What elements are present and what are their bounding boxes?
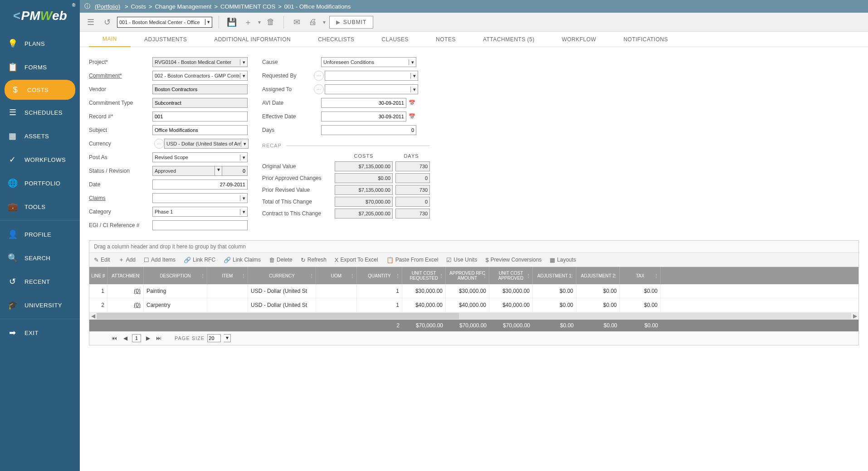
tab-workflow[interactable]: WORKFLOW — [548, 32, 610, 47]
grid-header-cell[interactable]: DESCRIPTION⋮ — [144, 267, 207, 284]
project-select[interactable]: RVG0104 - Boston Medical Center▾ — [152, 57, 248, 67]
tab-main[interactable]: MAIN — [89, 32, 131, 47]
avi-input[interactable] — [321, 98, 406, 108]
sidebar-item-profile[interactable]: 👤PROFILE — [0, 223, 80, 246]
delete-icon[interactable]: 🗑 — [264, 16, 277, 29]
pager-prev-icon[interactable]: ◀ — [121, 334, 129, 342]
label-claims[interactable]: Claims — [89, 195, 152, 201]
currency-more-icon[interactable]: ⋯ — [154, 139, 164, 149]
save-icon[interactable]: 💾 — [225, 16, 238, 29]
list-icon[interactable]: ☰ — [84, 16, 97, 29]
calendar-icon[interactable]: 📅 — [407, 112, 416, 121]
sidebar-item-schedules[interactable]: ☰SCHEDULES — [0, 101, 80, 124]
grid-header-cell[interactable]: ATTACHMEN⋮ — [107, 267, 144, 284]
tab-checklists[interactable]: CHECKLISTS — [304, 32, 368, 47]
date-input[interactable] — [152, 180, 248, 189]
sidebar-item-costs[interactable]: $COSTS — [5, 80, 75, 100]
pager-size-dd-icon[interactable]: ▾ — [224, 334, 231, 342]
grid-tb-add-items[interactable]: ☐Add Items — [144, 257, 176, 263]
grid-group-hint[interactable]: Drag a column header and drop it here to… — [89, 241, 858, 253]
revision-input[interactable] — [222, 166, 248, 176]
column-menu-icon[interactable]: ⋮ — [654, 273, 658, 278]
grid-tb-delete[interactable]: 🗑Delete — [269, 257, 293, 263]
sidebar-item-recent[interactable]: ↺RECENT — [0, 270, 80, 293]
history-icon[interactable]: ↺ — [101, 16, 113, 29]
mail-icon[interactable]: ✉ — [290, 16, 303, 29]
grid-header-cell[interactable]: TAX⋮ — [620, 267, 661, 284]
column-menu-icon[interactable]: ⋮ — [241, 273, 246, 278]
submit-button[interactable]: ▶SUBMIT — [329, 16, 373, 29]
column-menu-icon[interactable]: ⋮ — [101, 273, 105, 278]
cell-attachments[interactable]: (0) — [107, 284, 144, 298]
print-icon[interactable]: 🖨 — [307, 16, 319, 29]
breadcrumb-root[interactable]: (Portfolio) — [95, 3, 120, 10]
cause-select[interactable]: Unforeseen Conditions▾ — [321, 57, 416, 67]
status-select[interactable]: Approved▾ — [152, 166, 222, 176]
grid-tb-add[interactable]: ＋Add — [118, 256, 136, 264]
grid-hscroll[interactable]: ◀ ▶ — [89, 312, 858, 320]
column-menu-icon[interactable]: ⋮ — [439, 273, 444, 278]
sidebar-item-forms[interactable]: 📋FORMS — [0, 55, 80, 79]
req-more-icon[interactable]: ⋯ — [314, 71, 324, 81]
grid-header-cell[interactable]: APPROVED RFC AMOUNT⋮ — [446, 267, 489, 284]
tab-notes[interactable]: NOTES — [422, 32, 469, 47]
pager-size-input[interactable] — [207, 334, 221, 342]
eff-input[interactable] — [321, 112, 406, 121]
grid-tb-link-rfc[interactable]: 🔗Link RFC — [184, 257, 215, 263]
tab-adjustments[interactable]: ADJUSTMENTS — [131, 32, 200, 47]
sidebar-item-plans[interactable]: 💡PLANS — [0, 32, 80, 55]
label-commitment[interactable]: Commitment* — [89, 73, 152, 79]
scroll-right-icon[interactable]: ▶ — [851, 313, 858, 319]
grid-header-cell[interactable]: ADJUSTMENT 1⋮ — [533, 267, 576, 284]
column-menu-icon[interactable]: ⋮ — [395, 273, 400, 278]
tab-additional-information[interactable]: ADDITIONAL INFORMATION — [200, 32, 304, 47]
sidebar-item-portfolio[interactable]: 🌐PORTFOLIO — [0, 171, 80, 195]
column-menu-icon[interactable]: ⋮ — [483, 273, 487, 278]
egi-input[interactable] — [152, 220, 248, 230]
pager-first-icon[interactable]: ⏮ — [110, 334, 118, 342]
scroll-left-icon[interactable]: ◀ — [89, 313, 97, 319]
sidebar-item-workflows[interactable]: ✓WORKFLOWS — [0, 148, 80, 171]
days-input[interactable] — [321, 125, 416, 135]
commitment-select[interactable]: 002 - Boston Contractors - GMP Contra▾ — [152, 71, 248, 81]
grid-header-cell[interactable]: QUANTITY⋮ — [357, 267, 402, 284]
calendar-icon[interactable]: 📅 — [407, 98, 416, 108]
sidebar-item-university[interactable]: 🎓UNIVERSITY — [0, 293, 80, 317]
column-menu-icon[interactable]: ⋮ — [200, 273, 205, 278]
currency-select[interactable]: USD - Dollar (United States of America)▾ — [164, 139, 249, 149]
grid-tb-link-claims[interactable]: 🔗Link Claims — [224, 257, 261, 263]
sidebar-item-search[interactable]: 🔍SEARCH — [0, 246, 80, 270]
table-row[interactable]: 2(0)CarpentryUSD - Dollar (United St1$40… — [89, 298, 858, 312]
table-row[interactable]: 1(0)PaintingUSD - Dollar (United St1$30,… — [89, 284, 858, 298]
vendor-input[interactable] — [152, 84, 248, 94]
add-icon[interactable]: ＋ — [242, 16, 254, 29]
column-menu-icon[interactable]: ⋮ — [350, 273, 355, 278]
print-dd-icon[interactable]: ▾ — [323, 19, 326, 25]
grid-tb-paste-from-excel[interactable]: 📋Paste From Excel — [386, 257, 439, 263]
info-icon[interactable]: ⓘ — [84, 2, 90, 10]
grid-tb-export-to-excel[interactable]: XExport To Excel — [335, 257, 378, 263]
column-menu-icon[interactable]: ⋮ — [137, 273, 141, 278]
column-menu-icon[interactable]: ⋮ — [570, 273, 574, 278]
category-select[interactable]: Phase 1▾ — [152, 207, 248, 217]
tab-clauses[interactable]: CLAUSES — [368, 32, 423, 47]
grid-header-cell[interactable]: UOM⋮ — [316, 267, 357, 284]
grid-tb-use-units[interactable]: ☑Use Units — [446, 257, 477, 263]
sidebar-item-assets[interactable]: ▦ASSETS — [0, 124, 80, 148]
assigned-select[interactable]: ▾ — [325, 84, 418, 94]
sidebar-item-tools[interactable]: 💼TOOLS — [0, 195, 80, 219]
claims-select[interactable]: ▾ — [152, 193, 248, 203]
column-menu-icon[interactable]: ⋮ — [526, 273, 531, 278]
column-menu-icon[interactable]: ⋮ — [613, 273, 618, 278]
grid-header-cell[interactable]: UNIT COST APPROVED⋮ — [489, 267, 533, 284]
assigned-more-icon[interactable]: ⋯ — [314, 84, 324, 94]
postas-select[interactable]: Revised Scope▾ — [152, 152, 248, 162]
tab-notifications[interactable]: NOTIFICATIONS — [610, 32, 682, 47]
grid-header-cell[interactable]: LINE #⋮ — [89, 267, 107, 284]
grid-header-cell[interactable]: ITEM⋮ — [207, 267, 248, 284]
pager-last-icon[interactable]: ⏭ — [155, 334, 163, 342]
grid-tb-edit[interactable]: ✎Edit — [94, 257, 110, 263]
grid-header-cell[interactable]: ADJUSTMENT 2⋮ — [576, 267, 620, 284]
pager-next-icon[interactable]: ▶ — [144, 334, 152, 342]
sidebar-item-exit[interactable]: ➡EXIT — [0, 321, 80, 345]
